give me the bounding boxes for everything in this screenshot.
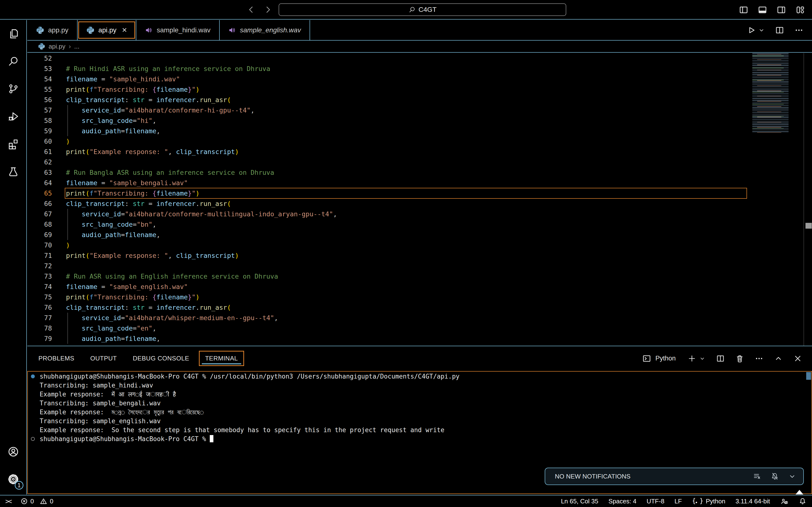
clear-all-notifications-icon[interactable] (753, 472, 762, 481)
problems-status[interactable]: 0 0 (20, 497, 53, 505)
code-line-71[interactable]: 71print("Example response: ", clip_trans… (27, 250, 748, 261)
line-number: 75 (27, 292, 52, 302)
warning-icon (40, 497, 47, 505)
python-interpreter[interactable]: 3.11.4 64-bit (735, 498, 770, 505)
terminal-row: shubhangigupta@Shubhangis-MacBook-Pro C4… (28, 435, 805, 444)
remote-indicator[interactable]: >< (5, 497, 11, 505)
kill-terminal-icon[interactable] (735, 354, 744, 363)
tab-label: api.py (98, 26, 116, 34)
close-tab-icon[interactable]: ✕ (122, 26, 128, 34)
minimap[interactable] (748, 53, 804, 346)
customize-layout-icon[interactable] (795, 5, 805, 15)
line-number: 62 (27, 157, 52, 167)
audio-file-icon (145, 26, 153, 34)
settings-gear-icon[interactable]: 1 (0, 465, 27, 493)
eol-sequence[interactable]: LF (674, 498, 682, 505)
tab-app.py[interactable]: app.py (27, 20, 78, 40)
code-line-75[interactable]: 75print(f"Transcribing: {filename}") (27, 292, 748, 302)
code-line-63[interactable]: 63# Run Bangla ASR using an inference se… (27, 167, 748, 178)
encoding[interactable]: UTF-8 (647, 498, 664, 505)
terminal-launch-icon[interactable]: Python (642, 354, 677, 363)
code-line-68[interactable]: 68 src_lang_code="bn", (27, 219, 748, 230)
new-terminal-icon[interactable] (687, 354, 706, 363)
code-line-76[interactable]: 76clip_transcript: str = inferencer.run_… (27, 302, 748, 313)
breadcrumb[interactable]: api.py › ... (27, 41, 812, 53)
split-editor-icon[interactable] (775, 25, 784, 35)
status-bar: >< 0 0 Ln 65, Col 35 Spaces: 4 UTF-8 LF … (0, 495, 812, 507)
code-line-62[interactable]: 62 (27, 157, 748, 167)
line-number: 79 (27, 333, 52, 344)
breadcrumb-file[interactable]: api.py (49, 43, 65, 50)
warning-count: 0 (50, 498, 53, 505)
tab-sample_hindi.wav[interactable]: sample_hindi.wav (136, 20, 220, 40)
accounts-status-icon[interactable] (780, 497, 788, 505)
maximize-panel-icon[interactable] (774, 354, 783, 363)
cursor-position[interactable]: Ln 65, Col 35 (561, 498, 598, 505)
bell-icon[interactable] (799, 497, 807, 505)
code-line-74[interactable]: 74filename = "sample_english.wav" (27, 282, 748, 292)
run-debug-icon[interactable] (0, 103, 27, 130)
tab-api.py[interactable]: api.py✕ (78, 20, 136, 40)
language-mode[interactable]: { } Python (692, 498, 725, 505)
toggle-panel-icon[interactable] (757, 5, 767, 15)
testing-icon[interactable] (0, 158, 27, 185)
terminal-scrollbar-thumb[interactable] (806, 372, 811, 380)
source-control-icon[interactable] (0, 75, 27, 103)
code-line-61[interactable]: 61print("Example response: ", clip_trans… (27, 147, 748, 157)
notification-center: NO NEW NOTIFICATIONS (545, 468, 804, 485)
history-back-button[interactable] (246, 4, 256, 15)
breadcrumb-separator: › (69, 43, 71, 50)
code-line-73[interactable]: 73# Run ASR using an English inference s… (27, 271, 748, 282)
code-line-72[interactable]: 72 (27, 261, 748, 271)
toggle-primary-sidebar-icon[interactable] (739, 5, 749, 15)
code-line-79[interactable]: 79 audio_path=filename, (27, 333, 748, 344)
do-not-disturb-bell-slash-icon[interactable] (770, 472, 779, 481)
close-panel-icon[interactable] (793, 354, 802, 363)
python-file-icon (38, 43, 45, 50)
tab-sample_english.wav[interactable]: sample_english.wav (220, 20, 310, 40)
code-line-77[interactable]: 77 service_id="ai4bharat/whisper-medium-… (27, 313, 748, 323)
code-line-52[interactable]: 52 (27, 53, 748, 63)
code-line-67[interactable]: 67 service_id="ai4bharat/conformer-multi… (27, 209, 748, 219)
code-line-57[interactable]: 57 service_id="ai4bharat/conformer-hi-gp… (27, 105, 748, 115)
search-view-icon[interactable] (0, 48, 27, 75)
code-line-54[interactable]: 54filename = "sample_hindi.wav" (27, 74, 748, 84)
extensions-icon[interactable] (0, 130, 27, 158)
terminal-row: Transcribing: sample_hindi.wav (28, 381, 805, 390)
code-lines[interactable]: 5253# Run Hindi ASR using an inference s… (27, 53, 748, 346)
code-line-59[interactable]: 59 audio_path=filename, (27, 126, 748, 136)
editor-more-actions-icon[interactable] (794, 25, 804, 35)
code-line-65[interactable]: 65print(f"Transcribing: {filename}") (27, 188, 748, 199)
tab-label: app.py (48, 26, 68, 34)
run-python-file-button[interactable] (746, 25, 765, 35)
code-line-78[interactable]: 78 src_lang_code="en", (27, 323, 748, 333)
history-forward-button[interactable] (263, 4, 273, 15)
code-line-66[interactable]: 66clip_transcript: str = inferencer.run_… (27, 199, 748, 209)
split-terminal-icon[interactable] (716, 354, 725, 363)
panel-more-actions-icon[interactable] (755, 354, 764, 363)
command-center-search[interactable]: C4GT (278, 3, 566, 16)
code-line-64[interactable]: 64filename = "sample_bengali.wav" (27, 178, 748, 188)
code-editor[interactable]: 5253# Run Hindi ASR using an inference s… (27, 53, 812, 346)
error-icon (20, 497, 28, 505)
code-line-70[interactable]: 70) (27, 240, 748, 250)
line-number: 63 (27, 167, 52, 178)
code-line-69[interactable]: 69 audio_path=filename, (27, 230, 748, 240)
code-line-53[interactable]: 53# Run Hindi ASR using an inference ser… (27, 63, 748, 74)
toggle-secondary-sidebar-icon[interactable] (776, 5, 786, 15)
panel-tab-debug-console[interactable]: DEBUG CONSOLE (126, 351, 195, 366)
breadcrumb-more[interactable]: ... (74, 43, 80, 50)
terminal-row: Example response: So the second step is … (28, 426, 805, 435)
code-line-56[interactable]: 56clip_transcript: str = inferencer.run_… (27, 95, 748, 105)
panel-tab-problems[interactable]: PROBLEMS (32, 351, 81, 366)
editor-scrollbar-thumb[interactable] (806, 223, 812, 229)
hide-notifications-chevron-icon[interactable] (788, 472, 797, 481)
explorer-icon[interactable] (0, 20, 27, 48)
panel-tab-terminal[interactable]: TERMINAL (199, 351, 244, 366)
code-line-55[interactable]: 55print(f"Transcribing: {filename}") (27, 84, 748, 95)
accounts-icon[interactable] (0, 438, 27, 465)
indentation[interactable]: Spaces: 4 (609, 498, 637, 505)
code-line-58[interactable]: 58 src_lang_code="hi", (27, 115, 748, 126)
panel-tab-output[interactable]: OUTPUT (84, 351, 123, 366)
code-line-60[interactable]: 60) (27, 136, 748, 147)
